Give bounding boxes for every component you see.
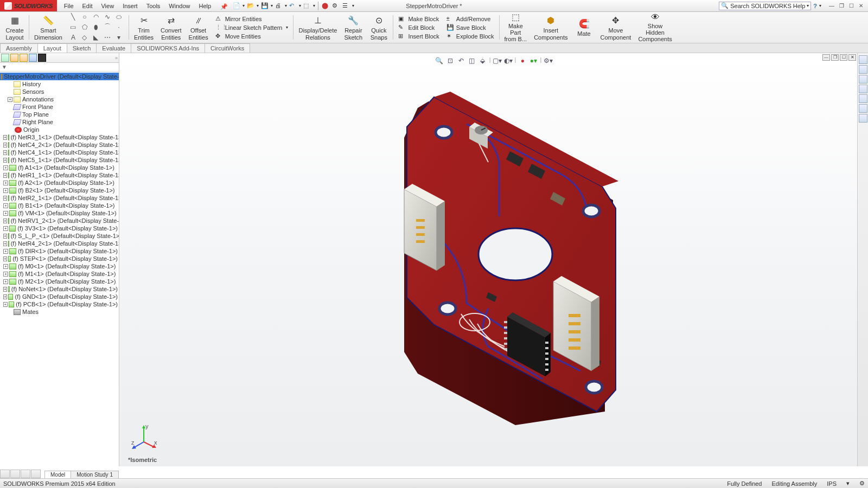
convert-button[interactable]: ⇄Convert Entities: [157, 13, 185, 42]
tree-part[interactable]: +(f) 3V3<1> (Default<Display State-1>): [0, 224, 119, 232]
close-button[interactable]: ✕: [856, 2, 866, 10]
doc-max-icon[interactable]: ☐: [840, 54, 847, 61]
tab-assembly[interactable]: Assembly: [0, 43, 38, 53]
help-icon[interactable]: ?: [813, 3, 817, 9]
prev-view-icon[interactable]: ↶: [457, 56, 465, 65]
btool-4[interactable]: [31, 470, 41, 478]
menu-edit[interactable]: Edit: [79, 1, 97, 11]
fm-filter-row[interactable]: ▼: [0, 63, 119, 72]
taskpane-design-lib-icon[interactable]: [859, 65, 867, 74]
taskpane-file-explorer-icon[interactable]: [859, 75, 867, 84]
tree-part[interactable]: +(f) M1<1> (Default<Display State-1>): [0, 270, 119, 278]
quick-snaps-button[interactable]: ⊙Quick Snaps: [366, 13, 391, 42]
tree-part[interactable]: +(f) A1<1> (Default<Display State-1>): [0, 164, 119, 171]
move-component-button[interactable]: ✥Move Component: [597, 13, 635, 42]
new-icon[interactable]: 📄: [232, 2, 241, 10]
insert-block[interactable]: ⊞Insert Block: [398, 33, 439, 40]
fm-display-icon[interactable]: [38, 54, 46, 62]
taskpane-appearances-icon[interactable]: [859, 94, 867, 103]
make-block[interactable]: ▣Make Block: [398, 15, 439, 23]
fm-expand-icon[interactable]: »: [115, 55, 118, 61]
doc-close-icon[interactable]: ✕: [848, 54, 856, 61]
mirror-entities[interactable]: ⚠Mirror Entities: [215, 15, 289, 23]
fm-config-icon[interactable]: [20, 54, 28, 62]
hide-show-icon[interactable]: ◐▾: [504, 56, 513, 65]
select-icon[interactable]: ⬚: [303, 2, 311, 10]
create-layout-button[interactable]: ▦Create Layout: [2, 13, 27, 42]
more-icon[interactable]: ▾: [114, 33, 124, 42]
pushpin-icon[interactable]: 📌: [216, 1, 225, 10]
tree-part[interactable]: +(f) NetR1_1<1> (Default<Display State-1…: [0, 171, 119, 179]
explode-block[interactable]: ✶Explode Block: [446, 33, 494, 40]
tree-part[interactable]: +(f) GND<1> (Default<Display State-1>): [0, 293, 119, 300]
zoom-fit-icon[interactable]: 🔍: [435, 56, 444, 65]
section-icon[interactable]: ◫: [468, 56, 476, 65]
tree-part[interactable]: +(f) B1<1> (Default<Display State-1>): [0, 202, 119, 209]
restore-button[interactable]: ❐: [837, 2, 846, 10]
taskpane-custom-props-icon[interactable]: [859, 104, 867, 113]
btool-1[interactable]: [0, 470, 10, 478]
tab-circuitworks[interactable]: CircuitWorks: [205, 43, 250, 53]
show-hidden-button[interactable]: 👁Show Hidden Components: [635, 13, 675, 42]
tree-sensors[interactable]: Sensors: [0, 88, 119, 95]
tree-part[interactable]: +(f) A2<1> (Default<Display State-1>): [0, 179, 119, 187]
offset-button[interactable]: ⫽Offset Entities: [186, 13, 212, 42]
tree-part[interactable]: +(f) NetRV1_2<1> (Default<Display State-…: [0, 217, 119, 224]
save-block[interactable]: 💾Save Block: [446, 24, 494, 31]
status-custom-icon[interactable]: ⚙: [859, 480, 865, 487]
centerline-icon[interactable]: ⋯: [103, 33, 112, 42]
tab-evaluate[interactable]: Evaluate: [96, 43, 131, 53]
open-icon[interactable]: 📂: [246, 2, 255, 10]
options-icon[interactable]: ⚙: [331, 2, 340, 10]
tree-part[interactable]: +(f) NetC4_2<1> (Default<Display State-1…: [0, 141, 119, 149]
tree-annotations[interactable]: +Annotations: [0, 95, 119, 103]
linear-pattern[interactable]: ⋮⋮Linear Sketch Pattern▾: [215, 24, 289, 31]
tree-part[interactable]: +(f) S_L_P_<1> (Default<Display State-1>…: [0, 232, 119, 240]
fm-dimxpert-icon[interactable]: [29, 54, 37, 62]
tab-motion-study[interactable]: Motion Study 1: [71, 471, 119, 478]
taskpane-view-palette-icon[interactable]: [859, 85, 867, 93]
rebuild-icon[interactable]: ⬤: [321, 2, 330, 10]
menu-insert[interactable]: Insert: [119, 1, 142, 11]
plane-icon[interactable]: ◇: [80, 33, 90, 42]
status-units[interactable]: IPS: [827, 480, 837, 487]
settings-icon[interactable]: ☰: [342, 2, 350, 10]
doc-min-icon[interactable]: —: [822, 54, 830, 61]
tree-history[interactable]: History: [0, 80, 119, 88]
add-remove[interactable]: ±Add/Remove: [446, 15, 494, 23]
display-style-icon[interactable]: ▢▾: [493, 56, 502, 65]
tab-sketch[interactable]: Sketch: [67, 43, 97, 53]
zoom-area-icon[interactable]: ⊡: [446, 56, 455, 65]
poly-icon[interactable]: ⬠: [80, 23, 90, 31]
tree-part[interactable]: +(f) M2<1> (Default<Display State-1>): [0, 278, 119, 285]
repair-sketch-button[interactable]: 🔧Repair Sketch: [341, 13, 366, 42]
btool-3[interactable]: [21, 470, 30, 478]
tree-origin[interactable]: Origin: [0, 126, 119, 133]
tree-top-plane[interactable]: Top Plane: [0, 111, 119, 118]
tree-part[interactable]: +(f) DIR<1> (Default<Display State-1>): [0, 247, 119, 255]
move-entities[interactable]: ✥Move Entities: [215, 33, 289, 40]
tree-right-plane[interactable]: Right Plane: [0, 118, 119, 126]
trim-button[interactable]: ✂Trim Entities: [131, 13, 157, 42]
undo-icon[interactable]: ↶: [289, 2, 297, 10]
tree-front-plane[interactable]: Front Plane: [0, 103, 119, 111]
feature-tree[interactable]: StepperMotroDriver (Default<Display Stat…: [0, 72, 119, 466]
taskpane-resources-icon[interactable]: [859, 55, 867, 64]
appearance-icon[interactable]: ●: [518, 56, 527, 65]
scene-icon[interactable]: ●▾: [529, 56, 538, 65]
mate-button[interactable]: 🧲Mate: [572, 13, 597, 42]
tree-root[interactable]: StepperMotroDriver (Default<Display Stat…: [0, 73, 119, 80]
arc-icon[interactable]: ◠: [91, 12, 101, 21]
tab-addins[interactable]: SOLIDWORKS Add-Ins: [131, 43, 205, 53]
fm-tree-icon[interactable]: [1, 54, 9, 62]
tree-part[interactable]: +(f) NetC5_1<1> (Default<Display State-1…: [0, 156, 119, 164]
tree-part[interactable]: +(f) NoNet<1> (Default<Display State-1>): [0, 285, 119, 293]
point-icon[interactable]: ·: [114, 23, 124, 31]
graphics-viewport[interactable]: — ❐ ☐ ✕ 🔍 ⊡ ↶ ◫ ⬙ | ▢▾ ◐▾ | ● ●▾ | ⚙▾: [119, 53, 868, 466]
tab-layout[interactable]: Layout: [37, 43, 67, 53]
display-delete-button[interactable]: ⊥Display/Delete Relations: [295, 13, 340, 42]
tree-part[interactable]: +(f) VM<1> (Default<Display State-1>): [0, 209, 119, 217]
search-input[interactable]: 🔍 Search SOLIDWORKS Help ▾: [719, 2, 811, 10]
rect-icon[interactable]: ▭: [68, 23, 78, 31]
menu-file[interactable]: File: [60, 1, 78, 11]
